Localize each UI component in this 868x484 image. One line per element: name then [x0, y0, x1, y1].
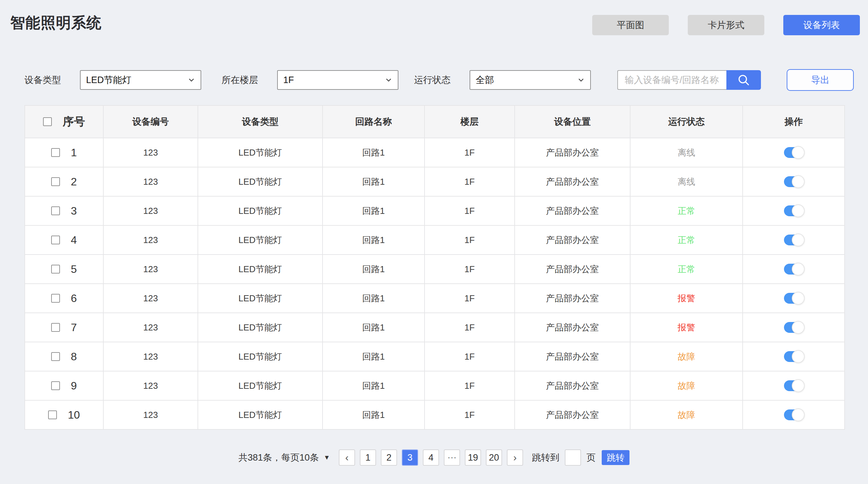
table-header-row: 序号 设备编号 设备类型 回路名称 楼层 设备位置 运行状态 操作 — [25, 105, 845, 138]
power-toggle[interactable] — [784, 409, 804, 420]
toggle-knob — [792, 263, 805, 276]
power-toggle[interactable] — [784, 147, 804, 158]
jump-button[interactable]: 跳转 — [602, 450, 629, 465]
cell-status: 正常 — [630, 196, 743, 225]
floor-select[interactable]: 1F — [277, 70, 398, 90]
tab-device-list[interactable]: 设备列表 — [783, 15, 860, 35]
cell-floor: 1F — [425, 138, 515, 167]
cell-location: 产品部办公室 — [515, 225, 630, 255]
device-type-select[interactable]: LED节能灯 — [80, 70, 201, 90]
header-device-id: 设备编号 — [103, 105, 198, 138]
cell-actions — [743, 196, 845, 225]
cell-floor: 1F — [425, 400, 515, 429]
cell-floor: 1F — [425, 167, 515, 196]
row-number: 2 — [71, 176, 77, 188]
pagination-summary: 共381条，每页10条 — [239, 451, 319, 464]
ellipsis-page-button[interactable]: ⋯ — [444, 449, 460, 466]
row-checkbox[interactable] — [51, 265, 60, 274]
cell-location: 产品部办公室 — [515, 342, 630, 371]
power-toggle[interactable] — [784, 322, 804, 333]
cell-device-id: 123 — [103, 371, 198, 400]
page-size-caret-icon[interactable]: ▼ — [324, 454, 330, 461]
row-checkbox[interactable] — [48, 410, 57, 419]
header-circuit-name: 回路名称 — [323, 105, 425, 138]
cell-actions — [743, 313, 845, 342]
power-toggle[interactable] — [784, 176, 804, 187]
row-number: 10 — [68, 409, 80, 421]
row-checkbox[interactable] — [51, 381, 60, 390]
chevron-down-icon — [384, 76, 393, 84]
cell-circuit-name: 回路1 — [323, 255, 425, 284]
cell-status: 报警 — [630, 313, 743, 342]
cell-device-id: 123 — [103, 313, 198, 342]
cell-location: 产品部办公室 — [515, 313, 630, 342]
power-toggle[interactable] — [784, 380, 804, 391]
toggle-knob — [792, 146, 805, 159]
floor-selected-value: 1F — [283, 75, 294, 85]
table-body: 1 123 LED节能灯 回路1 1F 产品部办公室 离线 2 123 LED节… — [25, 138, 845, 429]
power-toggle[interactable] — [784, 235, 804, 245]
tab-card-view[interactable]: 卡片形式 — [688, 15, 764, 35]
chevron-down-icon — [577, 76, 585, 84]
toggle-knob — [792, 379, 805, 392]
cell-device-type: LED节能灯 — [198, 167, 323, 196]
search-input[interactable] — [617, 70, 726, 90]
cell-circuit-name: 回路1 — [323, 167, 425, 196]
cell-status: 故障 — [630, 400, 743, 429]
tab-floor-plan[interactable]: 平面图 — [592, 15, 669, 35]
power-toggle[interactable] — [784, 205, 804, 216]
export-button[interactable]: 导出 — [787, 69, 854, 91]
row-checkbox[interactable] — [51, 352, 60, 361]
page-button-1[interactable]: 1 — [360, 449, 376, 466]
select-all-checkbox[interactable] — [43, 117, 52, 126]
cell-status: 报警 — [630, 284, 743, 313]
page-button-2[interactable]: 2 — [381, 449, 397, 466]
page-button-4[interactable]: 4 — [423, 449, 439, 466]
cell-location: 产品部办公室 — [515, 138, 630, 167]
cell-device-type: LED节能灯 — [198, 400, 323, 429]
cell-actions — [743, 371, 845, 400]
page-button-20[interactable]: 20 — [486, 449, 502, 466]
table-row: 8 123 LED节能灯 回路1 1F 产品部办公室 故障 — [25, 342, 845, 371]
run-status-select[interactable]: 全部 — [470, 70, 591, 90]
prev-page-button[interactable]: ‹ — [339, 449, 355, 466]
cell-floor: 1F — [425, 255, 515, 284]
cell-status: 正常 — [630, 225, 743, 255]
table-row: 2 123 LED节能灯 回路1 1F 产品部办公室 离线 — [25, 167, 845, 196]
cell-actions — [743, 342, 845, 371]
next-page-button[interactable]: › — [507, 449, 523, 466]
cell-actions — [743, 225, 845, 255]
search-button[interactable] — [726, 70, 761, 90]
power-toggle[interactable] — [784, 293, 804, 304]
row-checkbox[interactable] — [51, 148, 60, 157]
toggle-knob — [792, 175, 805, 188]
power-toggle[interactable] — [784, 351, 804, 362]
cell-seq: 1 — [25, 138, 103, 167]
row-checkbox[interactable] — [51, 323, 60, 332]
cell-device-type: LED节能灯 — [198, 196, 323, 225]
cell-circuit-name: 回路1 — [323, 284, 425, 313]
cell-device-type: LED节能灯 — [198, 255, 323, 284]
cell-status: 故障 — [630, 371, 743, 400]
row-checkbox[interactable] — [51, 294, 60, 303]
jump-page-input[interactable] — [565, 449, 581, 466]
table-row: 1 123 LED节能灯 回路1 1F 产品部办公室 离线 — [25, 138, 845, 167]
cell-actions — [743, 138, 845, 167]
cell-device-type: LED节能灯 — [198, 138, 323, 167]
cell-status: 正常 — [630, 255, 743, 284]
row-checkbox[interactable] — [51, 177, 60, 186]
power-toggle[interactable] — [784, 264, 804, 275]
page-button-19[interactable]: 19 — [465, 449, 481, 466]
row-number: 4 — [71, 234, 77, 246]
page-buttons: ‹1234⋯1920› — [339, 449, 523, 466]
cell-floor: 1F — [425, 196, 515, 225]
row-checkbox[interactable] — [51, 206, 60, 215]
cell-location: 产品部办公室 — [515, 400, 630, 429]
run-status-label: 运行状态 — [414, 74, 451, 86]
row-number: 8 — [71, 350, 77, 363]
cell-location: 产品部办公室 — [515, 284, 630, 313]
cell-device-type: LED节能灯 — [198, 342, 323, 371]
cell-floor: 1F — [425, 284, 515, 313]
row-checkbox[interactable] — [51, 236, 60, 244]
page-button-3[interactable]: 3 — [402, 449, 418, 466]
